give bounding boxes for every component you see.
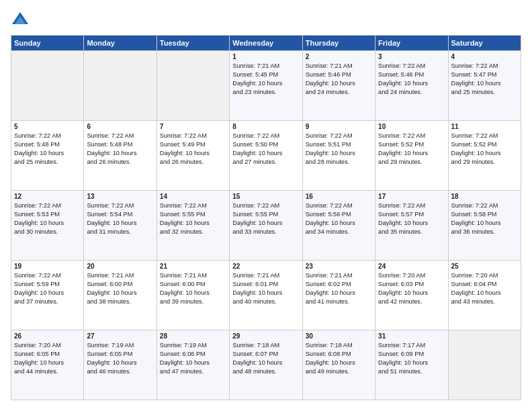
day-info-line: Sunset: 5:52 PM — [451, 141, 497, 148]
calendar-cell: 15Sunrise: 7:22 AMSunset: 5:55 PMDayligh… — [230, 191, 302, 261]
day-info-line: Sunrise: 7:22 AM — [14, 132, 61, 139]
day-info-line: and 34 minutes. — [306, 228, 349, 235]
day-info-line: Sunset: 5:58 PM — [451, 211, 497, 218]
day-info-line: Sunset: 5:55 PM — [232, 211, 278, 218]
day-number: 31 — [378, 332, 445, 340]
day-info-line: and 43 minutes. — [451, 298, 495, 305]
day-info: Sunrise: 7:20 AMSunset: 6:04 PMDaylight:… — [451, 271, 518, 306]
day-number: 24 — [378, 263, 445, 270]
day-info-line: Sunset: 5:51 PM — [306, 141, 351, 148]
day-info-line: Sunset: 5:55 PM — [160, 211, 206, 218]
day-info-line: Daylight: 10 hours — [87, 359, 136, 366]
day-info-line: and 38 minutes. — [87, 298, 130, 305]
day-info-line: Sunset: 5:57 PM — [378, 211, 424, 218]
day-info-line: Daylight: 10 hours — [160, 220, 210, 226]
calendar-cell: 4Sunrise: 7:22 AMSunset: 5:47 PMDaylight… — [448, 51, 521, 121]
day-info-line: and 44 minutes. — [14, 368, 58, 375]
day-info-line: Sunset: 5:46 PM — [378, 71, 424, 78]
calendar-cell: 20Sunrise: 7:21 AMSunset: 6:00 PMDayligh… — [84, 261, 157, 330]
day-info: Sunrise: 7:21 AMSunset: 5:46 PMDaylight:… — [306, 62, 372, 97]
day-number: 18 — [451, 193, 518, 200]
calendar-cell: 10Sunrise: 7:22 AMSunset: 5:52 PMDayligh… — [375, 121, 448, 191]
day-info-line: Daylight: 10 hours — [451, 80, 501, 87]
calendar-cell — [11, 51, 84, 121]
day-info-line: and 23 minutes. — [232, 89, 276, 95]
day-info-line: Sunrise: 7:22 AM — [14, 272, 61, 279]
day-info-line: and 29 minutes. — [451, 158, 495, 165]
day-number: 27 — [87, 332, 153, 340]
calendar-cell: 18Sunrise: 7:22 AMSunset: 5:58 PMDayligh… — [448, 191, 521, 261]
day-info-line: Daylight: 10 hours — [306, 150, 355, 156]
day-info-line: Sunrise: 7:20 AM — [378, 272, 425, 279]
day-info: Sunrise: 7:22 AMSunset: 5:58 PMDaylight:… — [451, 201, 518, 236]
weekday-header-wednesday: Wednesday — [230, 36, 302, 51]
calendar-cell: 8Sunrise: 7:22 AMSunset: 5:50 PMDaylight… — [230, 121, 302, 191]
day-info-line: Sunrise: 7:18 AM — [306, 342, 353, 349]
day-info-line: and 25 minutes. — [14, 158, 58, 165]
day-info-line: and 51 minutes. — [378, 368, 422, 375]
day-info-line: Daylight: 10 hours — [378, 150, 428, 156]
day-info-line: Daylight: 10 hours — [378, 220, 428, 226]
calendar-week-row: 12Sunrise: 7:22 AMSunset: 5:53 PMDayligh… — [11, 191, 521, 261]
day-info: Sunrise: 7:22 AMSunset: 5:53 PMDaylight:… — [14, 201, 81, 236]
day-info-line: Sunrise: 7:22 AM — [451, 132, 498, 139]
calendar-cell: 26Sunrise: 7:20 AMSunset: 6:05 PMDayligh… — [11, 330, 84, 400]
day-info-line: Sunset: 6:05 PM — [87, 351, 132, 357]
day-info: Sunrise: 7:18 AMSunset: 6:08 PMDaylight:… — [306, 341, 372, 376]
calendar-cell: 16Sunrise: 7:22 AMSunset: 5:56 PMDayligh… — [302, 191, 375, 261]
day-number: 30 — [306, 332, 372, 340]
day-number: 21 — [160, 263, 226, 270]
day-info-line: Sunrise: 7:22 AM — [87, 132, 134, 139]
day-info: Sunrise: 7:22 AMSunset: 5:49 PMDaylight:… — [160, 132, 226, 167]
day-info-line: Sunset: 5:49 PM — [160, 141, 206, 148]
day-info: Sunrise: 7:22 AMSunset: 5:50 PMDaylight:… — [232, 132, 299, 167]
day-info-line: Sunset: 5:52 PM — [378, 141, 424, 148]
day-info-line: Sunset: 6:00 PM — [160, 281, 206, 287]
day-info-line: and 29 minutes. — [378, 158, 422, 165]
day-info-line: Daylight: 10 hours — [306, 359, 355, 366]
day-info-line: Daylight: 10 hours — [451, 150, 501, 156]
day-info-line: Sunrise: 7:22 AM — [378, 202, 425, 209]
day-number: 17 — [378, 193, 445, 200]
day-info-line: Sunset: 6:05 PM — [14, 351, 60, 357]
weekday-header-tuesday: Tuesday — [157, 36, 229, 51]
day-info: Sunrise: 7:22 AMSunset: 5:51 PMDaylight:… — [306, 132, 372, 167]
day-info: Sunrise: 7:22 AMSunset: 5:56 PMDaylight:… — [306, 201, 372, 236]
day-number: 6 — [87, 123, 153, 130]
calendar-cell: 24Sunrise: 7:20 AMSunset: 6:03 PMDayligh… — [375, 261, 448, 330]
day-info-line: Sunrise: 7:22 AM — [160, 202, 207, 209]
day-info: Sunrise: 7:21 AMSunset: 6:00 PMDaylight:… — [87, 271, 153, 306]
calendar-cell: 21Sunrise: 7:21 AMSunset: 6:00 PMDayligh… — [157, 261, 229, 330]
calendar-cell: 9Sunrise: 7:22 AMSunset: 5:51 PMDaylight… — [302, 121, 375, 191]
calendar-table: SundayMondayTuesdayWednesdayThursdayFrid… — [11, 35, 521, 400]
calendar-cell: 28Sunrise: 7:19 AMSunset: 6:06 PMDayligh… — [157, 330, 229, 400]
day-info-line: Daylight: 10 hours — [87, 220, 136, 226]
weekday-header-thursday: Thursday — [302, 36, 375, 51]
day-info-line: Daylight: 10 hours — [160, 359, 210, 366]
day-number: 22 — [232, 263, 299, 270]
day-info-line: and 40 minutes. — [232, 298, 276, 305]
day-info: Sunrise: 7:22 AMSunset: 5:54 PMDaylight:… — [87, 201, 153, 236]
day-info-line: and 39 minutes. — [160, 298, 204, 305]
day-info-line: Sunrise: 7:18 AM — [232, 342, 279, 349]
day-number: 13 — [87, 193, 153, 200]
day-info-line: and 48 minutes. — [232, 368, 276, 375]
weekday-header-saturday: Saturday — [448, 36, 521, 51]
weekday-header-friday: Friday — [375, 36, 448, 51]
day-info-line: Sunset: 5:53 PM — [14, 211, 60, 218]
day-info-line: Daylight: 10 hours — [160, 150, 210, 156]
calendar-cell: 19Sunrise: 7:22 AMSunset: 5:59 PMDayligh… — [11, 261, 84, 330]
day-number: 11 — [451, 123, 518, 130]
weekday-header-row: SundayMondayTuesdayWednesdayThursdayFrid… — [11, 36, 521, 51]
day-number: 7 — [160, 123, 226, 130]
day-info-line: Sunrise: 7:22 AM — [14, 202, 61, 209]
day-info-line: Sunrise: 7:22 AM — [306, 202, 353, 209]
day-info: Sunrise: 7:22 AMSunset: 5:46 PMDaylight:… — [378, 62, 445, 97]
day-info-line: Sunrise: 7:22 AM — [451, 62, 498, 69]
calendar-cell: 14Sunrise: 7:22 AMSunset: 5:55 PMDayligh… — [157, 191, 229, 261]
day-info: Sunrise: 7:20 AMSunset: 6:05 PMDaylight:… — [14, 341, 81, 376]
day-info-line: Sunrise: 7:22 AM — [451, 202, 498, 209]
day-info-line: Sunset: 6:03 PM — [378, 281, 424, 287]
day-info-line: Daylight: 10 hours — [451, 220, 501, 226]
calendar-cell: 23Sunrise: 7:21 AMSunset: 6:02 PMDayligh… — [302, 261, 375, 330]
